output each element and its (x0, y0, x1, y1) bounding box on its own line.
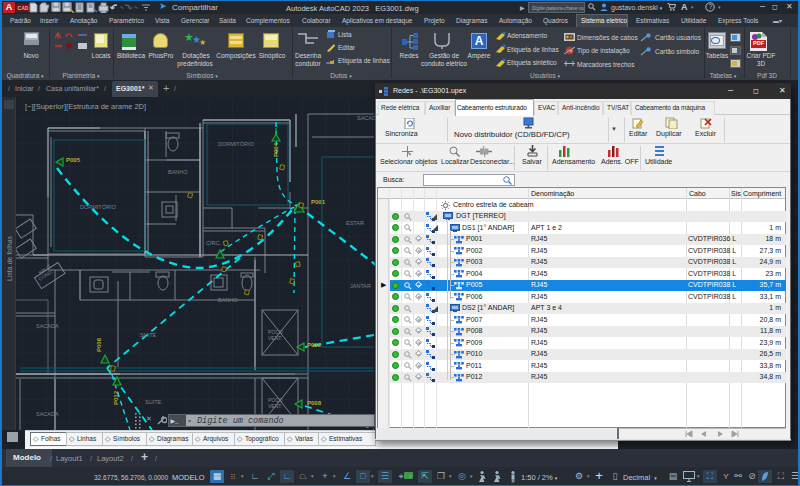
svg-text:P001: P001 (311, 199, 326, 205)
svg-text:CIRC.: CIRC. (206, 240, 221, 246)
svg-text:DORMITÓRIO: DORMITÓRIO (218, 141, 254, 147)
svg-text:[−][Superior][Estrutura de ara: [−][Superior][Estrutura de arame 2D] (25, 102, 146, 111)
svg-text:?: ? (708, 3, 712, 10)
svg-text:SACADA: SACADA (36, 411, 59, 417)
svg-text:P004: P004 (273, 142, 279, 157)
svg-text:SUITE: SUITE (140, 332, 157, 338)
svg-text:P002: P002 (307, 342, 322, 348)
svg-text:JANTAR: JANTAR (350, 283, 371, 289)
svg-text:SUITE: SUITE (145, 399, 162, 405)
svg-text:VENT.: VENT. (268, 335, 282, 341)
svg-text:VENT.: VENT. (268, 403, 282, 409)
svg-text:P006: P006 (96, 337, 102, 352)
svg-text:SACADA: SACADA (36, 323, 59, 329)
svg-text:P008: P008 (307, 400, 322, 406)
svg-text:ESTAR: ESTAR (346, 220, 364, 226)
svg-text:P012: P012 (113, 390, 119, 405)
svg-text:BANHO: BANHO (218, 297, 238, 303)
svg-text:DORMITÓRIO: DORMITÓRIO (80, 204, 116, 210)
svg-text:P005: P005 (66, 157, 81, 163)
svg-text:BANHO: BANHO (168, 169, 188, 175)
